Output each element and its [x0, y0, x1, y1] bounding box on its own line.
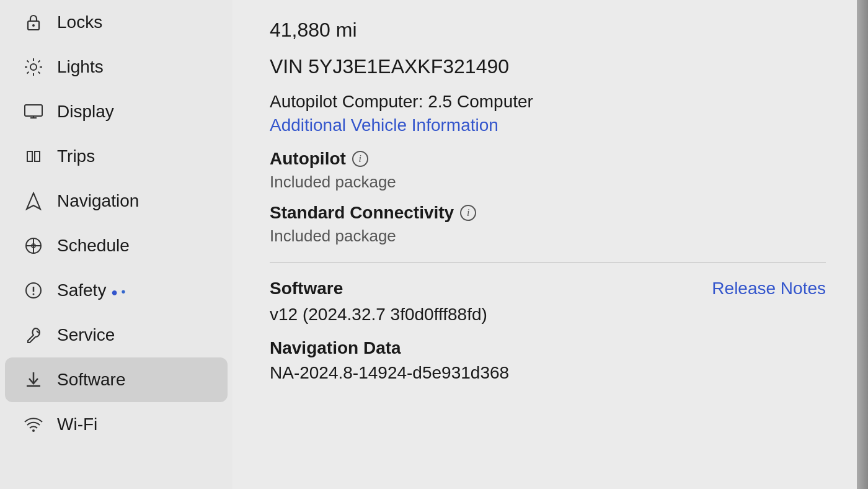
- svg-line-10: [27, 72, 29, 74]
- vin-display: VIN 5YJ3E1EAXKF321490: [270, 55, 826, 78]
- sidebar-item-wifi-label: Wi-Fi: [57, 415, 97, 434]
- sidebar: Locks Lights Dis: [0, 0, 232, 489]
- standard-connectivity-title: Standard Connectivity: [270, 203, 454, 223]
- navigation-icon: [22, 190, 45, 212]
- lock-icon: [22, 11, 45, 34]
- sidebar-item-wifi[interactable]: Wi-Fi: [5, 402, 228, 447]
- service-icon: [22, 324, 45, 346]
- svg-rect-11: [25, 105, 42, 116]
- autopilot-title: Autopilot: [270, 149, 346, 169]
- sidebar-item-safety[interactable]: Safety ●: [5, 268, 228, 313]
- svg-point-2: [30, 64, 37, 70]
- standard-connectivity-section-header: Standard Connectivity i: [270, 203, 826, 223]
- software-version: v12 (2024.32.7 3f0d0fff88fd): [270, 305, 826, 325]
- safety-icon: [22, 279, 45, 302]
- software-icon: [22, 369, 45, 391]
- svg-line-9: [38, 61, 40, 63]
- sidebar-item-lights[interactable]: Lights: [5, 45, 228, 89]
- sidebar-item-lights-label: Lights: [57, 57, 104, 77]
- trips-icon: [22, 145, 45, 168]
- svg-point-21: [33, 294, 35, 295]
- sidebar-item-locks-label: Locks: [57, 12, 102, 32]
- sidebar-item-service[interactable]: Service: [5, 313, 228, 357]
- sidebar-item-display-label: Display: [57, 102, 114, 122]
- mileage-display: 41,880 mi: [270, 19, 826, 42]
- autopilot-section-header: Autopilot i: [270, 149, 826, 169]
- additional-vehicle-info-link[interactable]: Additional Vehicle Information: [270, 115, 826, 135]
- svg-line-22: [37, 331, 39, 333]
- svg-point-1: [32, 24, 35, 27]
- sidebar-item-safety-label: Safety ●: [57, 280, 126, 300]
- svg-marker-14: [27, 193, 40, 209]
- svg-line-7: [27, 61, 29, 63]
- sidebar-item-display[interactable]: Display: [5, 89, 228, 134]
- sidebar-item-software[interactable]: Software: [5, 357, 228, 402]
- standard-connectivity-value: Included package: [270, 227, 826, 246]
- svg-point-25: [32, 429, 35, 432]
- nav-data-value: NA-2024.8-14924-d5e931d368: [270, 363, 826, 383]
- software-title: Software: [270, 279, 343, 298]
- sidebar-item-navigation-label: Navigation: [57, 191, 139, 211]
- section-divider: [270, 262, 826, 262]
- autopilot-value: Included package: [270, 173, 826, 192]
- wifi-icon: [22, 413, 45, 436]
- lights-icon: [22, 56, 45, 78]
- sidebar-item-trips[interactable]: Trips: [5, 134, 228, 179]
- release-notes-link[interactable]: Release Notes: [712, 279, 826, 298]
- sidebar-item-locks[interactable]: Locks: [5, 0, 228, 45]
- right-edge: [857, 0, 868, 489]
- sidebar-item-service-label: Service: [57, 325, 115, 345]
- nav-data-title: Navigation Data: [270, 338, 826, 358]
- software-section-header: Software Release Notes: [270, 279, 826, 298]
- sidebar-item-schedule[interactable]: Schedule: [5, 223, 228, 268]
- sidebar-item-navigation[interactable]: Navigation: [5, 179, 228, 223]
- schedule-icon: [22, 235, 45, 257]
- sidebar-item-software-label: Software: [57, 370, 126, 390]
- autopilot-info-icon[interactable]: i: [352, 151, 368, 167]
- svg-line-8: [38, 72, 40, 74]
- sidebar-item-trips-label: Trips: [57, 146, 95, 166]
- display-icon: [22, 101, 45, 123]
- main-content: 41,880 mi VIN 5YJ3E1EAXKF321490 Autopilo…: [232, 0, 857, 489]
- sidebar-item-schedule-label: Schedule: [57, 236, 130, 256]
- standard-connectivity-info-icon[interactable]: i: [460, 205, 476, 221]
- autopilot-computer-display: Autopilot Computer: 2.5 Computer: [270, 92, 826, 112]
